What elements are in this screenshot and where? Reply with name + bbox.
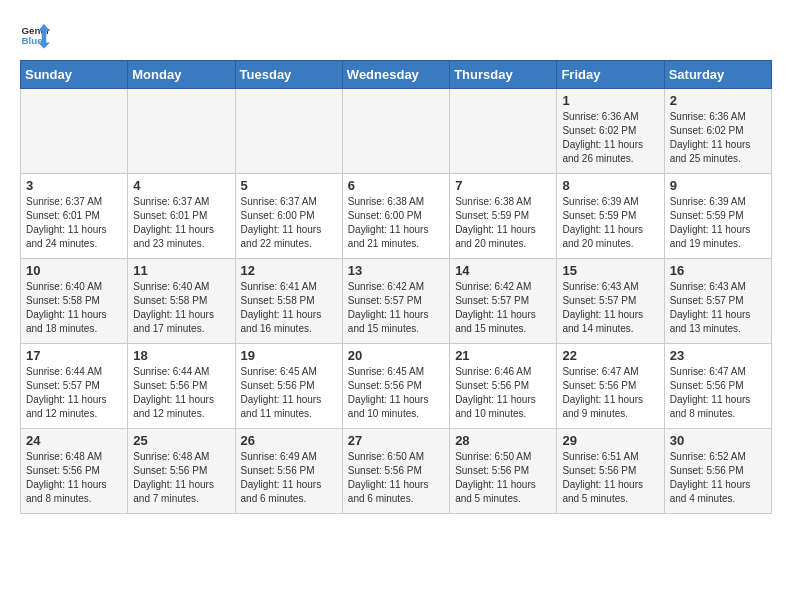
day-info: Sunrise: 6:39 AM Sunset: 5:59 PM Dayligh… [670,195,766,251]
calendar-cell: 24Sunrise: 6:48 AM Sunset: 5:56 PM Dayli… [21,429,128,514]
day-number: 23 [670,348,766,363]
day-header-sunday: Sunday [21,61,128,89]
day-info: Sunrise: 6:42 AM Sunset: 5:57 PM Dayligh… [348,280,444,336]
calendar-cell: 25Sunrise: 6:48 AM Sunset: 5:56 PM Dayli… [128,429,235,514]
day-info: Sunrise: 6:38 AM Sunset: 5:59 PM Dayligh… [455,195,551,251]
day-number: 20 [348,348,444,363]
day-info: Sunrise: 6:40 AM Sunset: 5:58 PM Dayligh… [133,280,229,336]
day-number: 26 [241,433,337,448]
calendar-cell: 28Sunrise: 6:50 AM Sunset: 5:56 PM Dayli… [450,429,557,514]
day-info: Sunrise: 6:50 AM Sunset: 5:56 PM Dayligh… [348,450,444,506]
day-number: 22 [562,348,658,363]
day-number: 14 [455,263,551,278]
day-number: 15 [562,263,658,278]
calendar-week-3: 10Sunrise: 6:40 AM Sunset: 5:58 PM Dayli… [21,259,772,344]
day-info: Sunrise: 6:40 AM Sunset: 5:58 PM Dayligh… [26,280,122,336]
day-info: Sunrise: 6:48 AM Sunset: 5:56 PM Dayligh… [26,450,122,506]
day-info: Sunrise: 6:41 AM Sunset: 5:58 PM Dayligh… [241,280,337,336]
calendar-cell: 19Sunrise: 6:45 AM Sunset: 5:56 PM Dayli… [235,344,342,429]
day-info: Sunrise: 6:36 AM Sunset: 6:02 PM Dayligh… [670,110,766,166]
calendar-cell: 1Sunrise: 6:36 AM Sunset: 6:02 PM Daylig… [557,89,664,174]
calendar-cell: 12Sunrise: 6:41 AM Sunset: 5:58 PM Dayli… [235,259,342,344]
calendar-cell: 11Sunrise: 6:40 AM Sunset: 5:58 PM Dayli… [128,259,235,344]
calendar-cell: 10Sunrise: 6:40 AM Sunset: 5:58 PM Dayli… [21,259,128,344]
day-info: Sunrise: 6:36 AM Sunset: 6:02 PM Dayligh… [562,110,658,166]
day-number: 27 [348,433,444,448]
calendar-cell: 9Sunrise: 6:39 AM Sunset: 5:59 PM Daylig… [664,174,771,259]
page-header: General Blue [20,20,772,50]
calendar-cell: 7Sunrise: 6:38 AM Sunset: 5:59 PM Daylig… [450,174,557,259]
day-number: 25 [133,433,229,448]
day-info: Sunrise: 6:42 AM Sunset: 5:57 PM Dayligh… [455,280,551,336]
day-number: 11 [133,263,229,278]
calendar-cell: 23Sunrise: 6:47 AM Sunset: 5:56 PM Dayli… [664,344,771,429]
calendar-cell: 21Sunrise: 6:46 AM Sunset: 5:56 PM Dayli… [450,344,557,429]
day-number: 3 [26,178,122,193]
day-number: 18 [133,348,229,363]
day-header-tuesday: Tuesday [235,61,342,89]
calendar-cell [128,89,235,174]
day-info: Sunrise: 6:49 AM Sunset: 5:56 PM Dayligh… [241,450,337,506]
day-number: 1 [562,93,658,108]
calendar-cell: 30Sunrise: 6:52 AM Sunset: 5:56 PM Dayli… [664,429,771,514]
calendar-cell: 3Sunrise: 6:37 AM Sunset: 6:01 PM Daylig… [21,174,128,259]
calendar-cell: 15Sunrise: 6:43 AM Sunset: 5:57 PM Dayli… [557,259,664,344]
calendar-cell: 2Sunrise: 6:36 AM Sunset: 6:02 PM Daylig… [664,89,771,174]
day-number: 30 [670,433,766,448]
calendar-cell: 8Sunrise: 6:39 AM Sunset: 5:59 PM Daylig… [557,174,664,259]
calendar-week-1: 1Sunrise: 6:36 AM Sunset: 6:02 PM Daylig… [21,89,772,174]
calendar-cell: 26Sunrise: 6:49 AM Sunset: 5:56 PM Dayli… [235,429,342,514]
calendar-cell: 18Sunrise: 6:44 AM Sunset: 5:56 PM Dayli… [128,344,235,429]
calendar-cell: 16Sunrise: 6:43 AM Sunset: 5:57 PM Dayli… [664,259,771,344]
calendar-cell: 20Sunrise: 6:45 AM Sunset: 5:56 PM Dayli… [342,344,449,429]
calendar-cell: 22Sunrise: 6:47 AM Sunset: 5:56 PM Dayli… [557,344,664,429]
day-header-thursday: Thursday [450,61,557,89]
day-info: Sunrise: 6:52 AM Sunset: 5:56 PM Dayligh… [670,450,766,506]
day-info: Sunrise: 6:50 AM Sunset: 5:56 PM Dayligh… [455,450,551,506]
day-number: 12 [241,263,337,278]
day-header-wednesday: Wednesday [342,61,449,89]
day-number: 5 [241,178,337,193]
calendar-cell [342,89,449,174]
day-info: Sunrise: 6:37 AM Sunset: 6:01 PM Dayligh… [133,195,229,251]
logo-icon: General Blue [20,20,50,50]
day-info: Sunrise: 6:37 AM Sunset: 6:00 PM Dayligh… [241,195,337,251]
day-number: 21 [455,348,551,363]
day-info: Sunrise: 6:46 AM Sunset: 5:56 PM Dayligh… [455,365,551,421]
calendar-week-2: 3Sunrise: 6:37 AM Sunset: 6:01 PM Daylig… [21,174,772,259]
calendar-week-5: 24Sunrise: 6:48 AM Sunset: 5:56 PM Dayli… [21,429,772,514]
day-number: 29 [562,433,658,448]
day-number: 19 [241,348,337,363]
day-info: Sunrise: 6:38 AM Sunset: 6:00 PM Dayligh… [348,195,444,251]
day-number: 28 [455,433,551,448]
calendar-cell: 29Sunrise: 6:51 AM Sunset: 5:56 PM Dayli… [557,429,664,514]
calendar-cell: 5Sunrise: 6:37 AM Sunset: 6:00 PM Daylig… [235,174,342,259]
calendar-cell [21,89,128,174]
day-number: 4 [133,178,229,193]
day-info: Sunrise: 6:43 AM Sunset: 5:57 PM Dayligh… [670,280,766,336]
day-info: Sunrise: 6:47 AM Sunset: 5:56 PM Dayligh… [670,365,766,421]
calendar-cell [235,89,342,174]
day-number: 2 [670,93,766,108]
day-info: Sunrise: 6:51 AM Sunset: 5:56 PM Dayligh… [562,450,658,506]
calendar-cell [450,89,557,174]
day-info: Sunrise: 6:44 AM Sunset: 5:56 PM Dayligh… [133,365,229,421]
day-number: 24 [26,433,122,448]
calendar-cell: 4Sunrise: 6:37 AM Sunset: 6:01 PM Daylig… [128,174,235,259]
logo: General Blue [20,20,50,50]
day-number: 6 [348,178,444,193]
calendar-cell: 17Sunrise: 6:44 AM Sunset: 5:57 PM Dayli… [21,344,128,429]
calendar-cell: 6Sunrise: 6:38 AM Sunset: 6:00 PM Daylig… [342,174,449,259]
day-number: 8 [562,178,658,193]
day-info: Sunrise: 6:39 AM Sunset: 5:59 PM Dayligh… [562,195,658,251]
day-info: Sunrise: 6:48 AM Sunset: 5:56 PM Dayligh… [133,450,229,506]
calendar-cell: 14Sunrise: 6:42 AM Sunset: 5:57 PM Dayli… [450,259,557,344]
day-info: Sunrise: 6:47 AM Sunset: 5:56 PM Dayligh… [562,365,658,421]
day-header-saturday: Saturday [664,61,771,89]
day-info: Sunrise: 6:45 AM Sunset: 5:56 PM Dayligh… [348,365,444,421]
calendar-cell: 27Sunrise: 6:50 AM Sunset: 5:56 PM Dayli… [342,429,449,514]
day-number: 10 [26,263,122,278]
day-info: Sunrise: 6:44 AM Sunset: 5:57 PM Dayligh… [26,365,122,421]
day-info: Sunrise: 6:45 AM Sunset: 5:56 PM Dayligh… [241,365,337,421]
calendar-cell: 13Sunrise: 6:42 AM Sunset: 5:57 PM Dayli… [342,259,449,344]
